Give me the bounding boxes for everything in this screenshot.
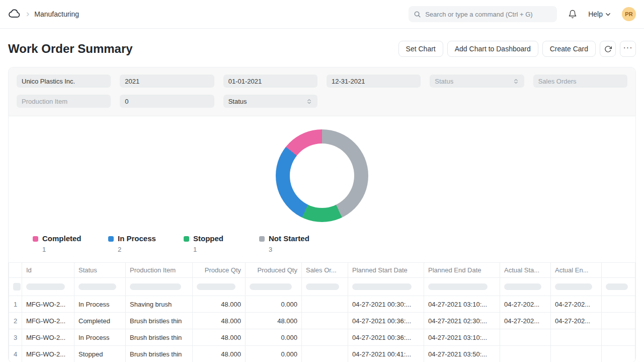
app-logo-icon[interactable] bbox=[8, 8, 21, 21]
cell-actual-en[interactable] bbox=[551, 346, 602, 362]
column-filter-blank[interactable] bbox=[9, 278, 22, 296]
add-chart-to-dashboard-button[interactable]: Add Chart to Dashboard bbox=[447, 41, 538, 57]
cell-planned-start-date[interactable]: 04-27-2021 00:41:... bbox=[348, 346, 424, 362]
search-input[interactable]: Search or type a command (Ctrl + G) bbox=[409, 6, 557, 22]
help-menu[interactable]: Help bbox=[588, 10, 611, 18]
cell-produced-qty[interactable]: 48.000 bbox=[246, 313, 302, 329]
cell-sales-or[interactable] bbox=[302, 313, 348, 329]
column-header-produce-qty[interactable]: Produce Qty bbox=[193, 263, 246, 278]
cell-actual-en[interactable]: 04-27-202... bbox=[551, 296, 602, 313]
column-filter-status[interactable] bbox=[74, 278, 126, 296]
cell-planned-start-date[interactable]: 04-27-2021 00:36:... bbox=[348, 329, 424, 346]
column-filter-id[interactable] bbox=[22, 278, 74, 296]
set-chart-button[interactable]: Set Chart bbox=[398, 41, 443, 57]
cell-status[interactable]: Stopped bbox=[74, 346, 126, 362]
cell-produce-qty[interactable]: 48.000 bbox=[193, 329, 246, 346]
cell-blank[interactable] bbox=[602, 329, 635, 346]
cell-id[interactable]: MFG-WO-2... bbox=[22, 313, 74, 329]
column-filter-blank[interactable] bbox=[602, 278, 635, 296]
column-filter-sales-or[interactable] bbox=[302, 278, 348, 296]
cell-production-item[interactable]: Brush bristles thin bbox=[126, 329, 193, 346]
create-card-button[interactable]: Create Card bbox=[542, 41, 596, 57]
legend-texts: Not Started3 bbox=[269, 234, 309, 253]
cell-actual-sta[interactable]: 04-27-202... bbox=[500, 313, 551, 329]
refresh-button[interactable] bbox=[600, 41, 616, 57]
column-filter-production-item[interactable] bbox=[126, 278, 193, 296]
cell-actual-en[interactable] bbox=[551, 329, 602, 346]
cell-production-item[interactable]: Brush bristles thin bbox=[126, 313, 193, 329]
filter-from-date[interactable]: 01-01-2021 bbox=[223, 75, 317, 88]
cell-planned-start-date[interactable]: 04-27-2021 00:30:... bbox=[348, 296, 424, 313]
cell-sales-or[interactable] bbox=[302, 346, 348, 362]
avatar[interactable]: PR bbox=[622, 7, 636, 21]
cell-produce-qty[interactable]: 48.000 bbox=[193, 313, 246, 329]
menu-button[interactable]: ··· bbox=[620, 41, 636, 57]
legend-item-in-process[interactable]: In Process2 bbox=[108, 234, 184, 253]
cell-actual-sta[interactable]: 04-27-202... bbox=[500, 296, 551, 313]
table-row[interactable]: 1MFG-WO-2...In ProcessShaving brush48.00… bbox=[9, 296, 635, 313]
column-filter-planned-end-date[interactable] bbox=[424, 278, 500, 296]
notifications-bell-icon[interactable] bbox=[568, 10, 577, 19]
filter-to-date[interactable]: 12-31-2021 bbox=[327, 75, 421, 88]
cell-planned-end-date[interactable]: 04-27-2021 03:10:... bbox=[424, 296, 500, 313]
cell-id[interactable]: MFG-WO-2... bbox=[22, 329, 74, 346]
cell-produce-qty[interactable]: 48.000 bbox=[193, 346, 246, 362]
cell-status[interactable]: In Process bbox=[74, 329, 126, 346]
column-header-actual-sta[interactable]: Actual Sta... bbox=[500, 263, 551, 278]
cell-planned-end-date[interactable]: 04-27-2021 03:10:... bbox=[424, 329, 500, 346]
cell-produce-qty[interactable]: 48.000 bbox=[193, 296, 246, 313]
filter-fiscal-year[interactable]: 2021 bbox=[120, 75, 214, 88]
column-header-planned-end-date[interactable]: Planned End Date bbox=[424, 263, 500, 278]
cell-blank[interactable] bbox=[602, 313, 635, 329]
filter-status-2[interactable]: Status bbox=[223, 95, 317, 108]
column-header-actual-en[interactable]: Actual En... bbox=[551, 263, 602, 278]
column-header-production-item[interactable]: Production Item bbox=[126, 263, 193, 278]
cell-actual-sta[interactable] bbox=[500, 346, 551, 362]
legend-item-not-started[interactable]: Not Started3 bbox=[259, 234, 335, 253]
cell-produced-qty[interactable]: 0.000 bbox=[246, 346, 302, 362]
column-filter-produce-qty[interactable] bbox=[193, 278, 246, 296]
cell-id[interactable]: MFG-WO-2... bbox=[22, 296, 74, 313]
cell-planned-end-date[interactable]: 04-27-2021 03:50:... bbox=[424, 346, 500, 362]
cell-produced-qty[interactable]: 0.000 bbox=[246, 329, 302, 346]
cell-planned-end-date[interactable]: 04-27-2021 02:30:... bbox=[424, 313, 500, 329]
column-header-status[interactable]: Status bbox=[74, 263, 126, 278]
column-header-planned-start-date[interactable]: Planned Start Date bbox=[348, 263, 424, 278]
navbar-right: Search or type a command (Ctrl + G) Help… bbox=[409, 6, 636, 22]
filter-sales-orders[interactable]: Sales Orders bbox=[533, 75, 627, 88]
column-filter-produced-qty[interactable] bbox=[246, 278, 302, 296]
breadcrumb[interactable]: Manufacturing bbox=[34, 10, 79, 18]
column-header-produced-qty[interactable]: Produced Qty bbox=[246, 263, 302, 278]
cell-sales-or[interactable] bbox=[302, 296, 348, 313]
page: › Manufacturing Search or type a command… bbox=[0, 0, 644, 362]
table-row[interactable]: 4MFG-WO-2...StoppedBrush bristles thin48… bbox=[9, 346, 635, 362]
cell-id[interactable]: MFG-WO-2... bbox=[22, 346, 74, 362]
legend-item-stopped[interactable]: Stopped1 bbox=[184, 234, 259, 253]
legend-texts: Completed1 bbox=[42, 234, 82, 253]
cell-production-item[interactable]: Brush bristles thin bbox=[126, 346, 193, 362]
cell-blank[interactable] bbox=[602, 346, 635, 362]
column-header-id[interactable]: Id bbox=[22, 263, 74, 278]
cell-status[interactable]: In Process bbox=[74, 296, 126, 313]
cell-produced-qty[interactable]: 0.000 bbox=[246, 296, 302, 313]
cell-status[interactable]: Completed bbox=[74, 313, 126, 329]
legend-item-completed[interactable]: Completed1 bbox=[33, 234, 108, 253]
cell-blank[interactable] bbox=[602, 296, 635, 313]
cell-actual-sta[interactable] bbox=[500, 329, 551, 346]
table-row[interactable]: 2MFG-WO-2...CompletedBrush bristles thin… bbox=[9, 313, 635, 329]
filter-company[interactable]: Unico Plastics Inc. bbox=[17, 75, 111, 88]
cell-production-item[interactable]: Shaving brush bbox=[126, 296, 193, 313]
legend-count: 1 bbox=[42, 246, 82, 253]
cell-actual-en[interactable]: 04-27-202... bbox=[551, 313, 602, 329]
donut-chart[interactable] bbox=[276, 129, 368, 222]
filter-status[interactable]: Status bbox=[430, 75, 524, 88]
table-row[interactable]: 3MFG-WO-2...In ProcessBrush bristles thi… bbox=[9, 329, 635, 346]
filter-production-item[interactable]: Production Item bbox=[17, 95, 111, 108]
cell-sales-or[interactable] bbox=[302, 329, 348, 346]
column-header-sales-or[interactable]: Sales Or... bbox=[302, 263, 348, 278]
column-filter-actual-sta[interactable] bbox=[500, 278, 551, 296]
column-filter-planned-start-date[interactable] bbox=[348, 278, 424, 296]
column-filter-actual-en[interactable] bbox=[551, 278, 602, 296]
filter-age[interactable]: 0 bbox=[120, 95, 214, 108]
cell-planned-start-date[interactable]: 04-27-2021 00:36:... bbox=[348, 313, 424, 329]
